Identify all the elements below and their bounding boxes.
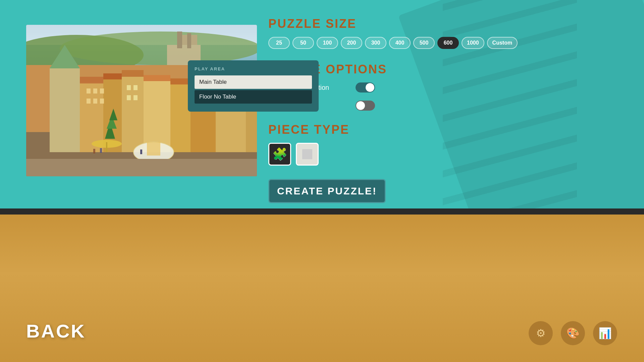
svg-rect-30 [87,99,91,104]
svg-rect-43 [93,149,95,154]
svg-rect-21 [103,73,122,79]
svg-rect-6 [177,32,182,48]
randomize-rotation-toggle[interactable] [356,82,375,93]
puzzle-size-btn-1000[interactable]: 1000 [462,37,484,49]
svg-rect-27 [87,88,91,94]
settings-icon-button[interactable]: ⚙ [529,321,553,345]
svg-rect-48 [106,142,107,152]
svg-rect-28 [93,88,97,94]
jigsaw-icon: 🧩 [272,147,287,161]
play-area-panel: PLAY AREA Main Table Floor No Table [188,60,319,112]
randomize-flip-row: Randomize Flip [268,101,621,111]
puzzle-size-btn-300[interactable]: 300 [365,37,386,49]
play-area-option-floor-no-table[interactable]: Floor No Table [195,90,312,104]
themes-icon: 🎨 [566,327,580,340]
randomize-flip-toggle[interactable] [356,101,375,111]
puzzle-size-btn-25[interactable]: 25 [268,37,290,49]
puzzle-size-title: PUZZLE SIZE [268,17,621,31]
puzzle-size-row: 25501002003004005006001000Custom [268,37,621,49]
svg-rect-10 [50,68,80,152]
svg-rect-20 [80,77,103,83]
rotation-toggle-knob [366,83,374,92]
piece-type-square-btn[interactable] [296,143,319,166]
puzzle-options-title: PUZZLE OPTIONS [268,62,621,76]
svg-rect-24 [170,78,191,84]
puzzle-size-btn-600[interactable]: 600 [437,37,459,49]
puzzle-size-btn-custom[interactable]: Custom [487,37,518,49]
flip-toggle-knob [356,101,365,110]
settings-icon: ⚙ [536,327,546,340]
piece-type-row: 🧩 [268,143,621,166]
piece-type-jigsaw-btn[interactable]: 🧩 [268,143,291,166]
stats-icon: 📊 [598,327,612,340]
play-area-option-main-table[interactable]: Main Table [195,75,312,89]
create-puzzle-button[interactable]: CREATE PUZZLE! [268,179,386,203]
svg-rect-15 [144,80,170,152]
create-puzzle-label: CREATE PUZZLE! [277,185,377,197]
piece-type-section: PIECE TYPE 🧩 [268,123,621,166]
puzzle-size-btn-400[interactable]: 400 [389,37,411,49]
puzzle-options-section: PUZZLE OPTIONS Randomize Rotation Random… [268,62,621,111]
svg-rect-44 [100,148,102,153]
svg-rect-32 [100,99,104,104]
svg-rect-14 [122,75,144,152]
svg-rect-36 [133,95,138,100]
svg-rect-22 [122,70,144,77]
svg-rect-16 [170,83,191,152]
puzzle-size-btn-500[interactable]: 500 [413,37,435,49]
themes-icon-button[interactable]: 🎨 [561,321,585,345]
piece-type-title: PIECE TYPE [268,123,621,137]
svg-rect-35 [127,95,131,100]
square-icon [302,149,312,159]
svg-rect-46 [26,159,257,176]
puzzle-size-btn-200[interactable]: 200 [341,37,362,49]
svg-rect-31 [93,99,97,104]
right-panel: PUZZLE SIZE 25501002003004005006001000Cu… [268,17,621,203]
play-area-title: PLAY AREA [195,66,312,71]
puzzle-size-section: PUZZLE SIZE 25501002003004005006001000Cu… [268,17,621,49]
svg-rect-34 [133,85,138,90]
svg-point-3 [60,32,257,65]
svg-rect-23 [144,75,170,81]
svg-rect-29 [100,88,104,94]
svg-rect-7 [187,33,191,48]
svg-rect-33 [127,85,131,90]
back-button[interactable]: BACK [26,320,86,342]
bottom-icons-row: ⚙ 🎨 📊 [529,321,617,345]
stats-icon-button[interactable]: 📊 [593,321,617,345]
puzzle-size-btn-50[interactable]: 50 [292,37,314,49]
svg-rect-39 [147,142,160,156]
randomize-rotation-row: Randomize Rotation [268,82,621,93]
puzzle-size-btn-100[interactable]: 100 [317,37,338,49]
svg-rect-45 [140,149,142,154]
